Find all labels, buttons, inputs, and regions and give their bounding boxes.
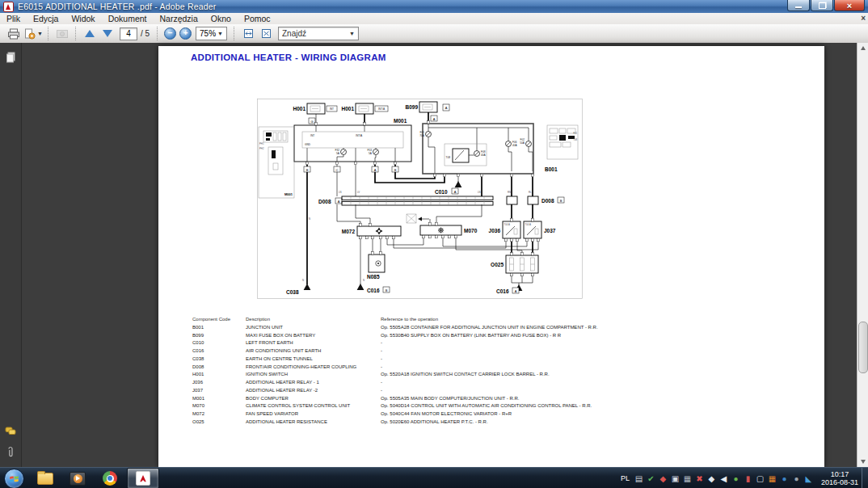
cell-code: C010 xyxy=(192,339,246,346)
show-desktop-button[interactable] xyxy=(862,468,868,488)
speaker-icon[interactable]: ◀ xyxy=(718,473,730,485)
taskbar-app-media-player[interactable] xyxy=(62,469,93,488)
menu-okno[interactable]: Okno xyxy=(204,14,238,23)
svg-text:T08: T08 xyxy=(446,156,451,159)
table-body: B001JUNCTION UNITOp. 5505A28 CONTAINER F… xyxy=(192,324,758,427)
comments-panel-button[interactable] xyxy=(4,424,17,437)
cell-ref: Op. 5505A28 CONTAINER FOR ADDITIONAL JUN… xyxy=(381,324,758,330)
taskbar-app-explorer[interactable] xyxy=(30,469,61,488)
window-titlebar[interactable]: E6015 ADDITIONAL HEATER .pdf - Adobe Rea… xyxy=(0,0,868,14)
printer-icon xyxy=(7,28,20,40)
red-shield-icon[interactable]: ◆ xyxy=(657,473,669,485)
window-icon[interactable]: ▣ xyxy=(669,473,681,485)
table-row: M072FAN SPEED VARIATOROp. 5040C44 FAN MO… xyxy=(192,410,758,419)
cell-code: H001 xyxy=(192,371,246,377)
svg-text:O025: O025 xyxy=(491,262,504,267)
usb-icon[interactable]: ◆ xyxy=(706,473,718,485)
table-row: H001IGNITION SWITCHOp. 5520A18 IGNITION … xyxy=(192,371,758,379)
zoom-in-button[interactable]: + xyxy=(179,27,192,40)
pdf-page[interactable]: ADDITIONAL HEATER - WIRING DIAGRAM xyxy=(158,46,824,467)
comments-icon xyxy=(5,427,16,435)
cell-desc: LEFT FRONT EARTH xyxy=(246,339,381,346)
cell-code: B001 xyxy=(192,324,246,330)
zoom-out-button[interactable]: − xyxy=(164,27,176,40)
svg-text:G: G xyxy=(310,120,313,124)
windows-logo-icon xyxy=(9,473,19,484)
pages-icon xyxy=(6,52,16,63)
cell-code: B099 xyxy=(192,332,246,339)
monitor-icon[interactable]: ▢ xyxy=(754,473,766,485)
scrollbar-thumb[interactable] xyxy=(858,322,868,373)
svg-text:PH2: PH2 xyxy=(259,147,264,150)
cell-desc: BODY COMPUTER xyxy=(246,395,381,402)
blue-app-icon[interactable]: ● xyxy=(778,473,790,485)
keyboard-icon[interactable]: ▤ xyxy=(633,473,645,485)
scroll-down-button[interactable] xyxy=(857,456,868,467)
cell-ref: Op. 5040C44 FAN MOTOR ELECTRONIC VARIATO… xyxy=(381,410,758,417)
svg-text:40A: 40A xyxy=(512,144,518,147)
language-indicator[interactable]: PL xyxy=(621,474,630,482)
svg-text:A: A xyxy=(454,190,457,194)
svg-text:INT/A: INT/A xyxy=(378,107,386,111)
fit-width-button[interactable] xyxy=(240,26,256,41)
scroll-up-button[interactable] xyxy=(857,43,868,53)
menu-widok[interactable]: Widok xyxy=(65,14,101,23)
snapshot-icon xyxy=(56,28,69,39)
arrow-up-icon xyxy=(861,46,866,50)
pages-panel-button[interactable] xyxy=(4,51,17,64)
taskbar-app-chrome[interactable] xyxy=(95,469,125,488)
svg-text:70A: 70A xyxy=(419,134,425,137)
create-pdf-button[interactable]: ▼ xyxy=(23,26,43,41)
menu-plik[interactable]: Plik xyxy=(0,14,27,23)
green-check-icon[interactable]: ✔ xyxy=(645,473,657,485)
close-button[interactable]: × xyxy=(834,0,865,11)
navigation-sidebar xyxy=(0,43,22,467)
svg-text:LV: LV xyxy=(357,191,360,194)
zoom-level-select[interactable]: 75% ▼ xyxy=(196,27,227,40)
cell-code: C016 xyxy=(192,347,246,354)
svg-text:J037: J037 xyxy=(544,228,556,233)
menu-pomoc[interactable]: Pomoc xyxy=(238,14,277,23)
cell-desc: FRONT/AIR CONDITIONING-HEATER COUPLING xyxy=(246,364,381,370)
table-header: Component Code Description Reference to … xyxy=(192,316,758,324)
menu-edycja[interactable]: Edycja xyxy=(27,14,65,23)
svg-text:T04 A: T04 A xyxy=(504,223,510,226)
menu-dokument[interactable]: Dokument xyxy=(102,14,154,23)
page-number-input[interactable]: 4 xyxy=(120,27,137,40)
fit-page-button[interactable] xyxy=(258,26,274,41)
blue-corner-icon[interactable]: ◣ xyxy=(803,473,815,485)
signal-icon[interactable]: ▮ xyxy=(742,473,754,485)
svg-text:N: N xyxy=(302,279,304,282)
table-row: B001JUNCTION UNITOp. 5505A28 CONTAINER F… xyxy=(192,324,758,332)
gray-app-icon[interactable]: ● xyxy=(790,473,803,485)
snapshot-button-disabled xyxy=(54,26,70,41)
green-leaf-icon[interactable]: ● xyxy=(730,473,742,485)
svg-text:N085: N085 xyxy=(367,274,380,280)
restore-button[interactable] xyxy=(811,0,833,11)
vertical-scrollbar[interactable] xyxy=(857,43,868,467)
document-close-icon[interactable]: × xyxy=(861,14,866,23)
explorer-icon xyxy=(37,473,53,485)
red-cross-icon[interactable]: ✖ xyxy=(693,473,706,485)
previous-page-button[interactable] xyxy=(82,26,98,41)
attachments-panel-button[interactable] xyxy=(4,445,17,458)
svg-text:B: B xyxy=(306,168,309,172)
cell-ref: Op. 5520A18 IGNITION SWITCH CONTACT CARR… xyxy=(381,371,758,377)
orange-app-icon[interactable]: ▦ xyxy=(766,473,778,485)
minimize-button[interactable] xyxy=(787,0,810,11)
svg-text:LN: LN xyxy=(339,191,342,194)
cell-code: M072 xyxy=(192,410,246,417)
svg-text:A: A xyxy=(338,200,340,204)
cell-code: M001 xyxy=(192,395,246,402)
tray-app-icon[interactable]: ▦ xyxy=(681,473,693,485)
menu-narzędzia[interactable]: Narzędzia xyxy=(153,14,204,23)
taskbar-app-adobe-reader[interactable] xyxy=(127,468,159,488)
svg-text:B099: B099 xyxy=(405,104,418,110)
fit-page-icon xyxy=(260,28,272,39)
next-page-button[interactable] xyxy=(99,26,116,41)
start-button[interactable] xyxy=(4,469,24,488)
search-input[interactable]: Znajdź ▼ xyxy=(278,27,359,40)
table-row: M001BODY COMPUTEROp. 5505A35 MAIN BODY C… xyxy=(192,395,758,403)
taskbar-clock[interactable]: 10:17 2016-08-31 xyxy=(821,470,858,487)
print-button[interactable] xyxy=(6,26,22,41)
